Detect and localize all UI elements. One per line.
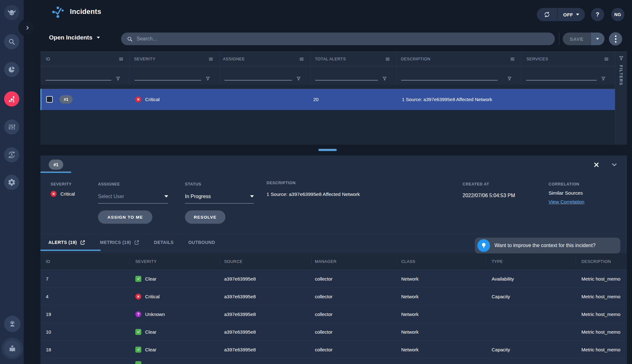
alert-column-class[interactable]: CLASS — [401, 253, 415, 270]
sidebar-expand-button[interactable] — [21, 21, 34, 34]
column-menu-icon[interactable] — [299, 57, 304, 62]
alert-manager: collector — [315, 270, 333, 288]
column-menu-icon[interactable] — [385, 57, 390, 62]
search-input[interactable] — [137, 36, 516, 42]
filter-input-total-alerts[interactable] — [315, 80, 378, 81]
alert-row[interactable]: 10 Clear a397e63995e8 collector Network … — [40, 323, 627, 341]
context-suggestion-tooltip[interactable]: Want to improve the context for this inc… — [475, 238, 620, 253]
view-correlation-link[interactable]: View Correlation — [549, 199, 584, 205]
tab-details[interactable]: DETAILS — [154, 240, 174, 245]
row-checkbox[interactable] — [46, 96, 53, 103]
filter-input-assignee[interactable] — [224, 80, 292, 81]
filter-input-severity[interactable] — [135, 80, 201, 81]
sidebar-item-dashboards[interactable] — [4, 62, 19, 77]
bull-logo-icon[interactable] — [4, 5, 19, 20]
incident-row-selected[interactable]: #1 Critical 20 1 Source: a397e63995e8 Af… — [40, 89, 615, 110]
column-header-services[interactable]: SERVICES — [526, 52, 548, 66]
column-separator — [396, 258, 397, 265]
assign-to-me-button[interactable]: ASSIGN TO ME — [98, 210, 152, 224]
assignee-field-label: ASSIGNEE — [98, 182, 120, 186]
filter-funnel-icon[interactable] — [206, 76, 210, 81]
column-header-assignee[interactable]: ASSIGNEE — [223, 52, 245, 66]
assignee-placeholder: Select User — [98, 194, 124, 199]
save-options-button[interactable] — [591, 33, 604, 45]
bull-icon — [7, 8, 16, 17]
alert-source: a397e63995e8 — [224, 341, 256, 358]
tab-metrics[interactable]: METRICS (19) — [100, 240, 139, 245]
help-button[interactable]: ? — [591, 8, 604, 21]
refresh-button[interactable] — [537, 11, 557, 18]
more-options-button[interactable] — [609, 32, 622, 46]
column-header-description[interactable]: DESCRIPTION — [401, 52, 430, 66]
chevron-right-icon — [25, 26, 30, 30]
help-label: ? — [596, 11, 599, 18]
close-icon — [594, 162, 599, 167]
sidebar-item-alert-settings[interactable] — [4, 119, 19, 135]
sync-user-icon — [8, 151, 16, 159]
column-menu-icon[interactable] — [510, 57, 515, 62]
alert-row[interactable]: 19 ? Unknown a397e63995e8 collector Netw… — [40, 305, 627, 323]
sidebar-item-workflow[interactable] — [4, 147, 19, 162]
filter-input-id[interactable] — [46, 80, 111, 81]
refresh-interval-value: OFF — [563, 12, 573, 17]
filter-input-description[interactable] — [401, 80, 498, 81]
close-detail-button[interactable] — [592, 160, 601, 169]
alert-severity-cell: Clear — [135, 323, 156, 341]
filter-funnel-icon[interactable] — [601, 76, 606, 81]
alert-description: Metric host_memo — [581, 305, 627, 323]
filter-funnel-icon[interactable] — [116, 76, 120, 81]
refresh-interval-dropdown[interactable]: OFF — [557, 12, 585, 17]
column-menu-icon[interactable] — [604, 57, 609, 62]
sidebar-item-incidents-active[interactable] — [4, 91, 19, 106]
alert-severity-cell: Critical — [135, 288, 160, 305]
detail-incident-tab[interactable]: #1 — [49, 160, 63, 170]
sidebar-item-support[interactable] — [4, 316, 21, 332]
assignee-dropdown[interactable]: Select User — [98, 190, 168, 203]
alert-type: Capacity — [492, 288, 510, 305]
external-link-icon[interactable] — [80, 240, 85, 245]
alert-column-id[interactable]: ID — [46, 253, 50, 270]
refresh-icon — [543, 11, 550, 18]
tab-outbound[interactable]: OUTBOUND — [188, 240, 215, 245]
status-dropdown[interactable]: In Progress — [185, 190, 254, 203]
alert-column-description[interactable]: DESCRIPTION — [581, 253, 611, 270]
column-menu-icon[interactable] — [208, 57, 213, 62]
column-header-severity[interactable]: SEVERITY — [134, 52, 156, 66]
alert-row-partial[interactable] — [40, 358, 627, 364]
main-content: Incidents OFF ? NG Open Incidents — [24, 0, 632, 364]
save-label: SAVE — [570, 36, 584, 42]
filter-funnel-icon[interactable] — [507, 76, 512, 81]
view-selector-dropdown[interactable]: Open Incidents — [49, 34, 100, 41]
column-menu-icon[interactable] — [119, 57, 124, 62]
column-header-id[interactable]: ID — [46, 52, 50, 66]
tab-alerts[interactable]: ALERTS (19) — [48, 240, 85, 245]
incident-severity-cell: Critical — [135, 96, 160, 102]
alert-column-source[interactable]: SOURCE — [224, 253, 242, 270]
sidebar-item-search[interactable] — [4, 34, 19, 49]
alert-row[interactable]: 18 Clear a397e63995e8 collector Network … — [40, 341, 627, 358]
alert-column-type[interactable]: TYPE — [492, 253, 503, 270]
alert-column-manager[interactable]: MANAGER — [315, 253, 337, 270]
alert-description: Metric host_memo — [581, 288, 627, 305]
created-at-field-label: CREATED AT — [463, 182, 489, 186]
save-button[interactable]: SAVE — [563, 33, 591, 45]
resolve-button[interactable]: RESOLVE — [185, 210, 225, 224]
column-separator — [396, 52, 396, 85]
sidebar-item-docs[interactable] — [4, 340, 21, 357]
alert-source: a397e63995e8 — [224, 288, 256, 305]
user-avatar[interactable]: NG — [611, 8, 624, 21]
sidebar-item-settings[interactable] — [4, 175, 19, 190]
collapse-detail-button[interactable] — [610, 160, 619, 169]
panel-resize-handle[interactable] — [318, 149, 337, 151]
alert-column-severity[interactable]: SEVERITY — [135, 253, 157, 270]
filters-panel-toggle[interactable]: FILTERS — [615, 52, 627, 145]
tab-outbound-label: OUTBOUND — [188, 240, 215, 245]
column-header-total-alerts[interactable]: TOTAL ALERTS — [315, 52, 346, 66]
alert-row[interactable]: 7 Clear a397e63995e8 collector Network A… — [40, 270, 627, 288]
external-link-icon[interactable] — [134, 240, 139, 245]
page-title: Incidents — [70, 8, 101, 16]
alert-row[interactable]: 4 Critical a397e63995e8 collector Networ… — [40, 288, 627, 305]
filter-funnel-icon[interactable] — [382, 76, 387, 81]
filter-funnel-icon[interactable] — [296, 76, 301, 81]
filter-input-services[interactable] — [526, 80, 597, 81]
